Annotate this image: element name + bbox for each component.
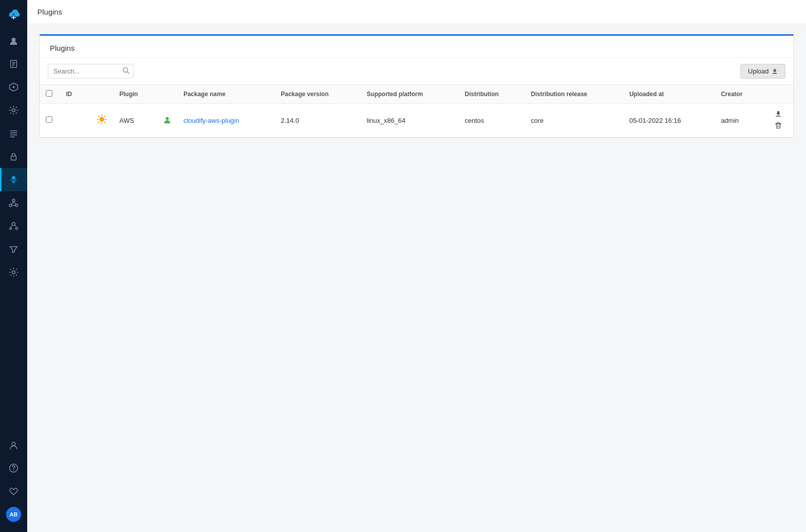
table-header-row: ID Plugin Package name Package version S… (40, 85, 793, 104)
search-icon[interactable] (122, 67, 129, 75)
svg-line-28 (127, 72, 129, 74)
col-header-distribution: Distribution (459, 85, 525, 104)
col-header-checkbox (40, 85, 60, 104)
svg-rect-13 (11, 156, 16, 160)
svg-point-22 (16, 227, 18, 230)
sidebar-item-plugins[interactable] (0, 168, 27, 191)
download-button[interactable] (769, 109, 787, 120)
row-creator: admin (715, 104, 763, 137)
col-header-uploaded-at: Uploaded at (623, 85, 715, 104)
panel-toolbar: Upload (40, 58, 793, 85)
sidebar-item-clusters[interactable] (0, 191, 27, 214)
sidebar-item-security[interactable] (0, 145, 27, 168)
svg-point-14 (13, 199, 15, 202)
panel-title: Plugins (40, 36, 793, 58)
sidebar-item-settings[interactable] (0, 261, 27, 284)
sidebar-item-help[interactable] (0, 457, 27, 480)
row-uploaded-at: 05-01-2022 16:16 (623, 104, 715, 137)
svg-line-36 (104, 121, 105, 122)
sidebar-item-services[interactable] (0, 99, 27, 122)
row-distribution: centos (459, 104, 525, 137)
main-content: Plugins Plugins Upload (27, 0, 806, 532)
row-package-name: cloudify-aws-plugin (177, 104, 275, 137)
row-checkbox[interactable] (46, 116, 52, 123)
sidebar-item-agents[interactable] (0, 214, 27, 238)
upload-button[interactable]: Upload (741, 64, 785, 79)
sidebar-avatar[interactable]: AB (0, 503, 27, 526)
search-container (48, 64, 133, 79)
row-plugin-icon (90, 104, 113, 137)
sidebar-item-filter[interactable] (0, 238, 27, 261)
svg-line-38 (98, 121, 99, 122)
svg-point-39 (166, 117, 169, 120)
sidebar-item-user-profile[interactable] (0, 433, 27, 457)
col-header-package-name: Package name (177, 85, 275, 104)
top-header: Plugins (27, 0, 806, 24)
svg-rect-40 (776, 116, 781, 117)
svg-point-21 (10, 227, 12, 230)
svg-point-7 (13, 86, 15, 88)
sidebar-item-dashboard[interactable] (0, 29, 27, 52)
col-header-actions (763, 85, 793, 104)
svg-point-8 (12, 109, 15, 112)
svg-line-18 (14, 202, 16, 204)
sidebar: AB (0, 0, 27, 532)
svg-point-2 (12, 38, 16, 42)
plugins-table: ID Plugin Package name Package version S… (40, 85, 793, 137)
col-header-creator: Creator (715, 85, 763, 104)
svg-point-30 (100, 117, 104, 121)
app-logo[interactable] (0, 0, 27, 27)
package-link[interactable]: cloudify-aws-plugin (183, 117, 239, 124)
col-header-package-version: Package version (275, 85, 361, 104)
content-area: Plugins Upload (27, 24, 806, 532)
avatar[interactable]: AB (6, 507, 21, 522)
col-header-plugin: Plugin (113, 85, 157, 104)
plugins-panel: Plugins Upload (39, 34, 794, 138)
col-header-icon (90, 85, 113, 104)
row-user-icon (157, 104, 177, 137)
svg-line-17 (12, 202, 14, 204)
page-title: Plugins (37, 8, 62, 16)
svg-point-23 (12, 271, 15, 274)
col-header-supported-platform: Supported platform (361, 85, 458, 104)
svg-point-16 (16, 204, 18, 207)
row-actions (763, 104, 793, 137)
row-package-version: 2.14.0 (275, 104, 361, 137)
col-header-dist-release: Distribution release (525, 85, 623, 104)
svg-point-24 (12, 442, 16, 446)
row-supported-platform: linux_x86_64 (361, 104, 458, 137)
svg-point-20 (12, 222, 15, 225)
sidebar-item-health[interactable] (0, 480, 27, 503)
row-distribution-release: core (525, 104, 623, 137)
sidebar-nav (0, 29, 27, 433)
col-header-user-icon (157, 85, 177, 104)
svg-point-1 (12, 13, 15, 16)
table-row: AWS cloudify-aws-plugin 2.14.0 linux_x86… (40, 104, 793, 137)
sidebar-item-blueprints[interactable] (0, 52, 27, 75)
select-all-checkbox[interactable] (46, 90, 52, 97)
svg-line-35 (98, 116, 99, 117)
upload-label: Upload (748, 67, 769, 75)
col-header-id: ID (60, 85, 90, 104)
svg-point-15 (10, 204, 12, 207)
row-plugin-name: AWS (113, 104, 157, 137)
sidebar-bottom: AB (0, 433, 27, 532)
svg-point-26 (13, 470, 14, 471)
delete-button[interactable] (769, 120, 787, 132)
sidebar-item-deployments[interactable] (0, 75, 27, 99)
sidebar-item-logs[interactable] (0, 122, 27, 145)
svg-line-37 (104, 116, 105, 117)
svg-rect-29 (773, 73, 777, 74)
search-input[interactable] (48, 64, 133, 79)
